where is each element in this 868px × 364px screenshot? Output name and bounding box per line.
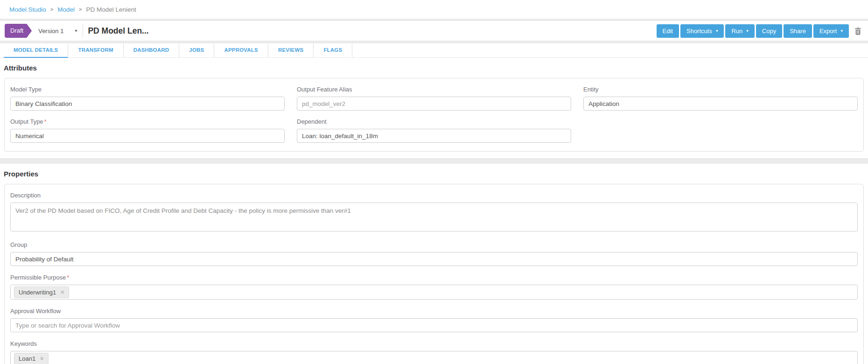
header-actions: Edit Shortcuts▾ Run▾ Copy Share Export▾	[657, 24, 861, 38]
divider	[83, 24, 83, 37]
tab-bar: MODEL DETAILS TRANSFORM DASHBOARD JOBS A…	[0, 43, 868, 58]
status-badge: Draft	[5, 24, 32, 38]
field-model-type: Model Type	[10, 86, 285, 111]
caret-down-icon: ▾	[840, 29, 843, 33]
attributes-heading: Attributes	[0, 58, 868, 78]
page-title: PD Model Len...	[88, 26, 148, 36]
field-dependent: Dependent	[297, 118, 571, 143]
required-marker: *	[67, 274, 69, 281]
remove-tag-icon[interactable]: ✕	[60, 289, 64, 295]
field-permissible-purpose: Permissible Purpose* Underwriting1 ✕	[10, 274, 858, 300]
description-label: Description	[10, 192, 858, 199]
tab-approvals[interactable]: APPROVALS	[214, 43, 268, 58]
keywords-input[interactable]: Loan1 ✕	[10, 351, 858, 364]
keywords-label: Keywords	[10, 340, 858, 347]
tab-jobs[interactable]: JOBS	[179, 43, 214, 58]
caret-down-icon: ▾	[75, 28, 77, 33]
share-button[interactable]: Share	[784, 24, 812, 38]
button-label: Shortcuts	[686, 28, 712, 35]
caret-down-icon: ▾	[716, 29, 718, 33]
tag-label: Underwriting1	[19, 289, 56, 296]
tab-flags[interactable]: FLAGS	[314, 43, 352, 58]
empty-cell	[583, 118, 858, 143]
output-feature-alias-input[interactable]	[297, 97, 571, 111]
output-type-input[interactable]	[10, 129, 285, 143]
caret-down-icon: ▾	[746, 29, 749, 33]
delete-trash-icon[interactable]	[854, 27, 861, 35]
model-type-input[interactable]	[10, 97, 285, 111]
breadcrumb-link-model[interactable]: Model	[57, 6, 75, 13]
group-input[interactable]	[10, 252, 858, 266]
tab-transform[interactable]: TRANSFORM	[68, 43, 123, 58]
breadcrumb: Model Studio > Model > PD Model Lenient	[0, 0, 868, 19]
version-label: Version 1	[38, 28, 63, 35]
dependent-input[interactable]	[297, 129, 571, 143]
export-button[interactable]: Export▾	[813, 24, 849, 38]
permissible-purpose-label: Permissible Purpose*	[10, 274, 858, 281]
permissible-purpose-input[interactable]: Underwriting1 ✕	[10, 285, 858, 300]
edit-button[interactable]: Edit	[657, 24, 679, 38]
button-label: Edit	[663, 28, 673, 35]
version-selector[interactable]: Version 1 ▾	[35, 26, 80, 36]
field-group: Group	[10, 241, 858, 266]
run-button[interactable]: Run▾	[725, 24, 754, 38]
tag-label: Loan1	[19, 355, 35, 362]
breadcrumb-link-model-studio[interactable]: Model Studio	[9, 6, 46, 13]
field-approval-workflow: Approval Workflow	[10, 308, 858, 332]
button-label: Export	[819, 28, 837, 35]
field-output-type: Output Type*	[10, 118, 285, 143]
field-keywords: Keywords Loan1 ✕	[10, 340, 858, 364]
breadcrumb-separator-icon: >	[50, 7, 53, 12]
breadcrumb-current: PD Model Lenient	[86, 6, 136, 13]
required-marker: *	[44, 118, 47, 125]
output-type-label: Output Type*	[10, 118, 285, 125]
button-label: Copy	[762, 28, 776, 35]
tag-chip: Underwriting1 ✕	[14, 287, 69, 298]
output-feature-alias-label: Output Feature Alias	[297, 86, 571, 93]
tag-chip: Loan1 ✕	[14, 353, 49, 364]
shortcuts-button[interactable]: Shortcuts▾	[680, 24, 724, 38]
model-type-label: Model Type	[10, 86, 285, 93]
group-label: Group	[10, 241, 858, 248]
remove-tag-icon[interactable]: ✕	[40, 356, 44, 361]
properties-heading: Properties	[0, 164, 868, 184]
field-output-feature-alias: Output Feature Alias	[297, 86, 571, 111]
properties-panel: Properties Description Ver2 of the PD Mo…	[0, 164, 868, 364]
description-textarea[interactable]: Ver2 of the PD Model based on FICO, Age …	[10, 203, 858, 231]
field-entity: Entity	[583, 86, 858, 111]
attributes-card: Model Type Output Feature Alias Entity O…	[4, 78, 864, 152]
tab-model-details[interactable]: MODEL DETAILS	[4, 43, 68, 58]
tab-dashboard[interactable]: DASHBOARD	[124, 43, 180, 58]
dependent-label: Dependent	[297, 118, 571, 125]
button-label: Share	[790, 28, 806, 35]
approval-workflow-input[interactable]	[10, 318, 858, 332]
properties-card: Description Ver2 of the PD Model based o…	[4, 184, 864, 364]
copy-button[interactable]: Copy	[756, 24, 782, 38]
model-details-panel: MODEL DETAILS TRANSFORM DASHBOARD JOBS A…	[0, 43, 868, 158]
tab-reviews[interactable]: REVIEWS	[268, 43, 314, 58]
entity-input[interactable]	[583, 97, 858, 111]
entity-label: Entity	[583, 86, 858, 93]
approval-workflow-label: Approval Workflow	[10, 308, 858, 315]
field-description: Description Ver2 of the PD Model based o…	[10, 192, 858, 233]
breadcrumb-separator-icon: >	[79, 7, 82, 12]
model-header: Draft Version 1 ▾ PD Model Len... Edit S…	[0, 21, 868, 41]
button-label: Run	[731, 28, 742, 35]
